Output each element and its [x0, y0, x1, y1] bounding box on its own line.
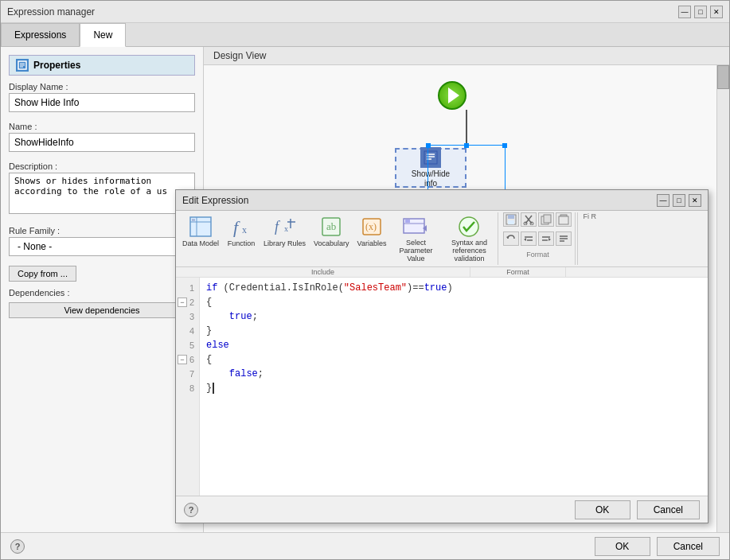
undo-icon[interactable]	[503, 231, 519, 246]
description-group: Description : Shows or hides information…	[9, 161, 195, 216]
svg-text:f: f	[233, 217, 240, 237]
outdent-icon[interactable]	[538, 231, 554, 246]
select-parameter-icon	[401, 214, 430, 239]
svg-text:ab: ab	[326, 220, 336, 232]
function-label: Function	[228, 239, 256, 248]
section-bar: Include Format	[176, 267, 708, 278]
flow-start-node	[438, 81, 466, 110]
line-7: 7	[176, 367, 199, 381]
title-bar: Expression manager — □ ✕	[1, 1, 729, 23]
cursor	[213, 383, 214, 394]
line-2: − 2	[176, 295, 199, 309]
close-button[interactable]: ✕	[710, 6, 723, 18]
start-arrow-icon	[448, 88, 459, 103]
svg-rect-29	[508, 220, 514, 224]
svg-text:(x): (x)	[365, 221, 377, 232]
line-6: − 6	[176, 352, 199, 367]
dependencies-section: Dependencies : View dependencies	[9, 288, 195, 318]
code-line-8: }	[206, 381, 701, 395]
code-line-3: true ;	[206, 309, 701, 324]
format-label: Format	[503, 249, 572, 260]
description-label: Description :	[9, 161, 195, 171]
code-line-2: {	[206, 295, 701, 309]
expand-6[interactable]: −	[178, 355, 187, 364]
line-3: 3	[176, 309, 199, 324]
copy-from-button[interactable]: Copy from ...	[9, 266, 76, 282]
svg-rect-35	[544, 215, 551, 223]
dialog-editor: 1 − 2 3 4 5 − 6 7 8	[176, 278, 708, 496]
dialog-cancel-button[interactable]: Cancel	[637, 500, 700, 519]
expand-2[interactable]: −	[178, 298, 187, 307]
line-8: 8	[176, 381, 199, 395]
display-name-input[interactable]	[9, 93, 195, 112]
svg-rect-4	[424, 151, 437, 164]
maximize-button[interactable]: □	[694, 6, 707, 18]
svg-rect-11	[192, 219, 195, 221]
toolbar-vocabulary[interactable]: ab Vocabulary	[310, 212, 353, 265]
data-model-label: Data Model	[182, 239, 219, 248]
code-line-7: false ;	[206, 367, 701, 381]
copy-from-section: Copy from ...	[9, 266, 195, 282]
code-editor[interactable]: if (Credential.IsInRole( "SalesTeam" )==…	[200, 278, 708, 496]
bottom-bar: ? OK Cancel	[1, 532, 729, 559]
dialog-close-button[interactable]: ✕	[689, 194, 701, 207]
variables-icon: (x)	[357, 214, 386, 239]
extra-section: Fi R	[577, 212, 596, 265]
view-dependencies-button[interactable]: View dependencies	[9, 302, 195, 318]
properties-header: Properties	[9, 55, 195, 76]
svg-rect-37	[559, 216, 568, 224]
cancel-button[interactable]: Cancel	[657, 537, 720, 556]
fi-label: Fi R	[583, 212, 596, 220]
scrollbar-thumb[interactable]	[717, 65, 729, 89]
indent-icon[interactable]	[521, 231, 537, 246]
syntax-validation-label: Syntax and references validation	[445, 239, 493, 263]
cut-icon[interactable]	[521, 212, 537, 227]
save-icon[interactable]	[503, 212, 519, 227]
svg-marker-41	[524, 238, 526, 241]
rule-family-select[interactable]: - None -	[9, 237, 195, 256]
tabs-bar: Expressions New	[1, 23, 729, 47]
ok-button[interactable]: OK	[595, 537, 650, 556]
properties-label: Properties	[33, 60, 80, 71]
display-name-group: Display Name :	[9, 82, 195, 112]
name-label: Name :	[9, 122, 195, 131]
line-1: 1	[176, 281, 199, 295]
help-icon[interactable]: ?	[10, 539, 25, 554]
toolbar-library-rules[interactable]: f x Library Rules	[260, 212, 309, 265]
select-parameter-label: Select Parameter Value	[394, 239, 437, 263]
toolbar-syntax-validation[interactable]: Syntax and references validation	[442, 212, 496, 265]
flow-node-label: Show/Hideinfo	[412, 169, 450, 189]
format-icon[interactable]	[556, 231, 572, 246]
copy-icon[interactable]	[538, 212, 554, 227]
paste-icon[interactable]	[556, 212, 572, 227]
code-line-4: }	[206, 324, 701, 338]
tab-new[interactable]: New	[80, 23, 126, 47]
tab-expressions[interactable]: Expressions	[1, 23, 80, 46]
line-5: 5	[176, 338, 199, 352]
dialog-help-icon[interactable]: ?	[184, 503, 198, 517]
toolbar-variables[interactable]: (x) Variables	[354, 212, 390, 265]
toolbar-function[interactable]: f x Function	[224, 212, 259, 265]
window-title: Expression manager	[7, 6, 95, 18]
dialog-maximize-button[interactable]: □	[673, 194, 685, 207]
left-panel: Properties Display Name : Name : Descrip…	[1, 47, 204, 532]
dialog-title-bar: Edit Expression — □ ✕	[176, 190, 708, 211]
dialog-bottom: ? OK Cancel	[176, 496, 708, 523]
toolbar-select-parameter[interactable]: Select Parameter Value	[391, 212, 440, 265]
format-section-label: Format	[470, 267, 566, 277]
dialog-ok-button[interactable]: OK	[575, 500, 630, 519]
function-icon: f x	[227, 214, 256, 239]
variables-label: Variables	[357, 239, 387, 248]
scrollbar-vertical[interactable]	[716, 65, 729, 532]
title-bar-left: Expression manager	[7, 6, 95, 18]
name-input[interactable]	[9, 133, 195, 152]
description-input[interactable]: Shows or hides information according to …	[9, 173, 195, 214]
line-4: 4	[176, 324, 199, 338]
flow-node-show-hide[interactable]: Show/Hideinfo ⚠	[395, 148, 466, 188]
minimize-button[interactable]: —	[678, 6, 691, 18]
include-section-label: Include	[176, 267, 470, 277]
edit-expression-dialog: Edit Expression — □ ✕ Data Model	[175, 189, 709, 523]
dependencies-label: Dependencies :	[9, 288, 195, 298]
toolbar-data-model[interactable]: Data Model	[179, 212, 222, 265]
dialog-minimize-button[interactable]: —	[657, 194, 669, 207]
